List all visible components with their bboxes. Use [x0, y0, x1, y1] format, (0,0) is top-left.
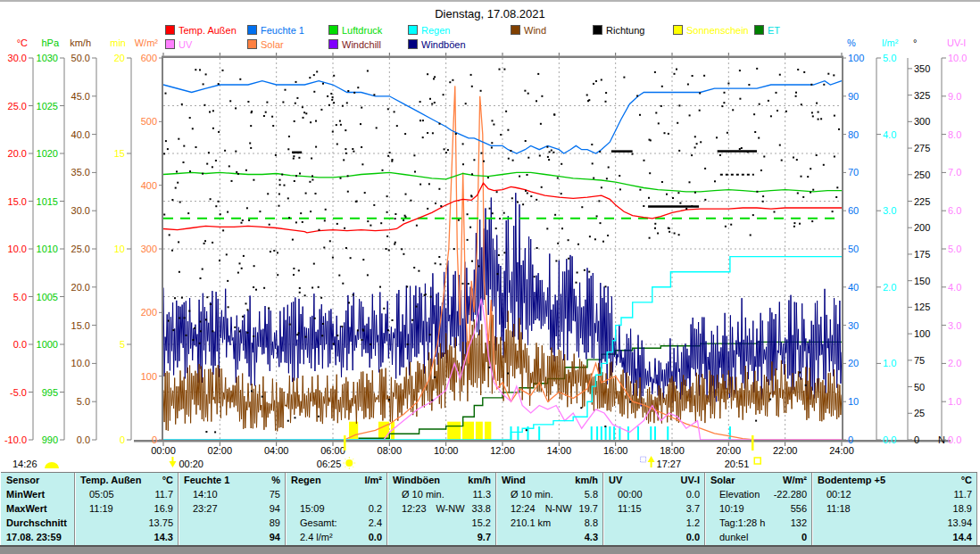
- x-tick-label: 24:00: [829, 445, 854, 456]
- table-row-label: Sensor: [1, 474, 74, 488]
- cell-value: 2.4: [369, 517, 382, 531]
- cell-time-label: [291, 488, 300, 502]
- cell-time-label: Gesamt:: [291, 517, 337, 531]
- axis-tick-label: 200: [141, 307, 157, 318]
- table-row: 13.94: [813, 517, 976, 531]
- legend-item-luftdruck: Luftdruck: [328, 25, 382, 36]
- axis-min: min20151050: [110, 37, 131, 445]
- legend-swatch-icon: [247, 39, 257, 49]
- axis-tick-label: 5.0: [77, 396, 90, 407]
- axis-tick-label: 50: [914, 382, 925, 393]
- legend-item-wind: Wind: [511, 25, 546, 36]
- cell-value: 11.7: [154, 488, 173, 502]
- table-row: 94: [179, 531, 285, 545]
- table-header-row: Windböenkm/h: [388, 474, 495, 488]
- table-column-wind: Windkm/hØ 10 min.5.812:24N-NW19.7210.1 k…: [496, 473, 603, 545]
- legend-swatch-icon: [165, 39, 175, 49]
- axis-tick-label: 5.0: [948, 244, 961, 254]
- cell-time-label: [502, 531, 511, 545]
- table-row: Gesamt:2.4: [287, 517, 386, 531]
- cell-time-label: [609, 531, 618, 545]
- table-row: 10:19556: [706, 502, 811, 517]
- x-tick-label: 04:00: [264, 445, 289, 456]
- table-header-row: Feuchte 1%: [179, 474, 285, 488]
- table-column-windb-en: Windböenkm/hØ 10 min.11.312:23W-NW33.815…: [387, 473, 496, 545]
- axis-tick-label: 995: [42, 387, 58, 398]
- axis-temp: °C30.025.020.015.010.05.00.0-5.0-10.0: [4, 37, 33, 445]
- axis-tick-label: 15.0: [71, 320, 90, 331]
- table-row: Tag:1:28 h132: [706, 517, 811, 531]
- axis-pct: %1009080706050403020100: [842, 37, 864, 445]
- x-tick-label: 16:00: [603, 445, 628, 456]
- axis-tick-label: 75: [914, 355, 925, 366]
- table-column-bodentemp-5: Bodentemp +5°C00:1211.711:1818.913.9414.…: [812, 473, 977, 545]
- axis-uv: UV-I10.09.08.07.06.05.04.03.02.01.00.0: [942, 37, 967, 445]
- axis-tick-label: 10.0: [71, 358, 90, 368]
- axis-tick-label: 30.0: [71, 205, 90, 216]
- cell-time-label: 12:24: [502, 502, 536, 517]
- table-header-row: UVUV-I: [604, 474, 704, 488]
- table-row: 4.3: [497, 531, 602, 545]
- table-row: 14.3: [76, 531, 178, 545]
- cell-value: 14.3: [154, 531, 173, 545]
- sensor-summary-table: SensorMinWertMaxWertDurchschnitt17.08. 2…: [1, 472, 977, 546]
- axis-deg: °350325300275250225200175150125100755025…: [908, 37, 945, 445]
- table-column-sensor: SensorMinWertMaxWertDurchschnitt17.08. 2…: [1, 473, 75, 545]
- axis-tick-label: 0.0: [13, 339, 27, 350]
- axis-tick-label: 1010: [37, 244, 58, 254]
- cell-value: 0.0: [369, 531, 382, 545]
- legend-item-uv: UV: [165, 39, 192, 50]
- cell-time-label: 23:27: [184, 502, 218, 517]
- cell-value: -22.280: [774, 488, 807, 502]
- legend-item-feuchte-1: Feuchte 1: [247, 25, 304, 36]
- column-header: Bodentemp +5: [818, 474, 885, 488]
- axis-tick-label: 1.0: [883, 358, 896, 368]
- column-header: Wind: [502, 474, 526, 488]
- table-row: Ø 10 min.11.3: [388, 488, 495, 502]
- axis-tick-label: 15: [114, 148, 125, 159]
- legend-item-sonnenschein: Sonnenschein: [673, 25, 749, 36]
- axis-tick-label: -5.0: [10, 387, 27, 398]
- table-row: 89: [179, 517, 285, 531]
- cell-time-label: [393, 517, 402, 531]
- legend-swatch-icon: [511, 25, 520, 35]
- cell-time-label: [818, 531, 826, 545]
- column-header: Temp. Außen: [80, 474, 141, 488]
- axis-tick-label: 25: [914, 408, 925, 418]
- axis-tick-label: 175: [914, 249, 930, 260]
- axis-tick-label: 10: [848, 396, 859, 407]
- table-row: 00:000.0: [604, 488, 704, 502]
- table-header-row: SolarW/m²: [706, 474, 811, 488]
- x-tick-label: 22:00: [773, 445, 798, 456]
- axis-tick-label: 100: [141, 371, 157, 382]
- legend-item-windchill: Windchill: [328, 39, 381, 50]
- cell-value: 13.94: [947, 517, 972, 531]
- x-tick-label: 14:00: [547, 445, 572, 456]
- axis-tick-label: 45.0: [71, 91, 90, 102]
- legend-label: UV: [179, 39, 192, 50]
- series-sonnenschein: [349, 422, 491, 440]
- x-tick-label: 12:00: [490, 445, 515, 456]
- table-row: [287, 488, 386, 502]
- axis-tick-label: 990: [42, 434, 58, 445]
- table-row: Elevation-22.280: [706, 488, 811, 502]
- axis-tick-label: 90: [848, 91, 859, 102]
- cell-time-label: [818, 517, 826, 531]
- column-unit: km/h: [575, 474, 598, 488]
- cell-time-label: 10:19: [710, 502, 744, 517]
- axis-tick-label: 250: [914, 170, 930, 180]
- axis-tick-label: 2.0: [948, 358, 961, 368]
- axis-tick-label: 40.0: [71, 129, 90, 140]
- axis-tick-label: 5: [120, 339, 125, 350]
- cell-time-label: Tag:1:28 h: [710, 517, 765, 531]
- axis-tick-label: 1.0: [948, 396, 961, 407]
- axis-tick-label: 225: [914, 196, 930, 207]
- axis-tick-label: 200: [914, 222, 930, 233]
- axis-tick-label: 25.0: [71, 244, 90, 254]
- cell-time-label: Ø 10 min.: [502, 488, 553, 502]
- cell-time-label: Elevation: [710, 488, 760, 502]
- cell-direction: N-NW: [545, 502, 572, 517]
- cell-time-label: 00:12: [818, 488, 851, 502]
- cell-value: 75: [270, 488, 280, 502]
- axis-tick-label: 25.0: [8, 101, 27, 112]
